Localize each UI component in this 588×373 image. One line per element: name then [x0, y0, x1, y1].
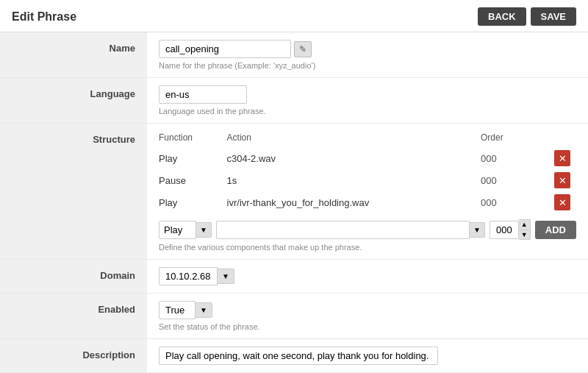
- enabled-label: Enabled: [0, 294, 147, 338]
- name-control-area: ✎ Name for the phrase (Example: 'xyz_aud…: [147, 32, 588, 77]
- structure-row: Structure Function Action Order Play c30…: [0, 124, 588, 260]
- structure-label: Structure: [0, 124, 147, 259]
- col-order: Order: [481, 131, 532, 147]
- domain-control-area: 10.10.2.68 ▼: [147, 260, 588, 293]
- add-action-arrow[interactable]: ▼: [470, 222, 485, 238]
- order-spin-down[interactable]: ▼: [519, 230, 531, 240]
- name-row: Name ✎ Name for the phrase (Example: 'xy…: [0, 32, 588, 78]
- language-control-area: Language used in the phrase.: [147, 78, 588, 123]
- edit-icon: ✎: [299, 44, 306, 54]
- language-row: Language Language used in the phrase.: [0, 78, 588, 124]
- add-function-select-wrap: Play Pause Say Tone Wait ▼: [159, 221, 212, 239]
- col-actions: [532, 131, 576, 147]
- name-label: Name: [0, 32, 147, 77]
- language-input[interactable]: [159, 85, 247, 104]
- add-function-select[interactable]: Play Pause Say Tone Wait: [159, 221, 196, 239]
- add-order-wrap: ▲ ▼: [490, 219, 531, 240]
- row-order: 000: [481, 147, 532, 169]
- row-action: 1s: [227, 169, 481, 191]
- add-function-arrow[interactable]: ▼: [196, 222, 212, 238]
- description-input[interactable]: [159, 347, 438, 365]
- structure-table: Function Action Order Play c304-2.wav 00…: [159, 131, 576, 213]
- enabled-hint: Set the status of the phrase.: [159, 322, 576, 331]
- structure-hint: Define the various components that make …: [159, 243, 576, 252]
- add-action-select[interactable]: [216, 221, 470, 239]
- description-control-area: [147, 339, 588, 372]
- order-spin: ▲ ▼: [519, 219, 531, 240]
- description-label: Description: [0, 339, 147, 372]
- name-edit-button[interactable]: ✎: [294, 41, 312, 57]
- enabled-select[interactable]: True False: [159, 301, 196, 319]
- language-label: Language: [0, 78, 147, 123]
- domain-select[interactable]: 10.10.2.68: [159, 267, 218, 285]
- header-buttons: BACK SAVE: [478, 7, 576, 26]
- col-action: Action: [227, 131, 481, 147]
- row-order: 000: [481, 191, 532, 213]
- row-action: ivr/ivr-thank_you_for_holding.wav: [227, 191, 481, 213]
- order-spin-up[interactable]: ▲: [519, 219, 531, 230]
- delete-button[interactable]: ✕: [554, 194, 570, 210]
- name-input[interactable]: [159, 40, 291, 58]
- domain-row: Domain 10.10.2.68 ▼: [0, 260, 588, 294]
- enabled-arrow[interactable]: ▼: [196, 302, 212, 318]
- name-input-wrap: ✎: [159, 40, 576, 58]
- row-function: Play: [159, 147, 227, 169]
- delete-button[interactable]: ✕: [554, 150, 570, 166]
- add-row: Play Pause Say Tone Wait ▼ ▼: [159, 219, 576, 240]
- enabled-row: Enabled True False ▼ Set the status of t…: [0, 294, 588, 339]
- table-row: Pause 1s 000 ✕: [159, 169, 576, 191]
- structure-control-area: Function Action Order Play c304-2.wav 00…: [147, 124, 588, 259]
- row-function: Play: [159, 191, 227, 213]
- domain-select-wrap: 10.10.2.68 ▼: [159, 267, 576, 285]
- header-save-button[interactable]: SAVE: [531, 7, 576, 26]
- description-row: Description: [0, 339, 588, 373]
- row-delete-cell: ✕: [532, 169, 576, 191]
- language-hint: Language used in the phrase.: [159, 107, 576, 116]
- add-button[interactable]: ADD: [535, 221, 576, 239]
- row-delete-cell: ✕: [532, 147, 576, 169]
- delete-button[interactable]: ✕: [554, 172, 570, 188]
- back-button[interactable]: BACK: [478, 7, 526, 26]
- row-delete-cell: ✕: [532, 191, 576, 213]
- row-action: c304-2.wav: [227, 147, 481, 169]
- row-order: 000: [481, 169, 532, 191]
- name-hint: Name for the phrase (Example: 'xyz_audio…: [159, 61, 576, 70]
- page-title: Edit Phrase: [12, 10, 76, 24]
- enabled-control-area: True False ▼ Set the status of the phras…: [147, 294, 588, 338]
- page-header: Edit Phrase BACK SAVE: [0, 0, 588, 32]
- enabled-select-wrap: True False ▼: [159, 301, 576, 319]
- domain-label: Domain: [0, 260, 147, 293]
- add-action-wrap: ▼: [216, 221, 485, 239]
- col-function: Function: [159, 131, 227, 147]
- table-row: Play c304-2.wav 000 ✕: [159, 147, 576, 169]
- add-order-input[interactable]: [490, 221, 519, 239]
- table-row: Play ivr/ivr-thank_you_for_holding.wav 0…: [159, 191, 576, 213]
- form-body: Name ✎ Name for the phrase (Example: 'xy…: [0, 32, 588, 373]
- domain-arrow[interactable]: ▼: [218, 269, 234, 284]
- row-function: Pause: [159, 169, 227, 191]
